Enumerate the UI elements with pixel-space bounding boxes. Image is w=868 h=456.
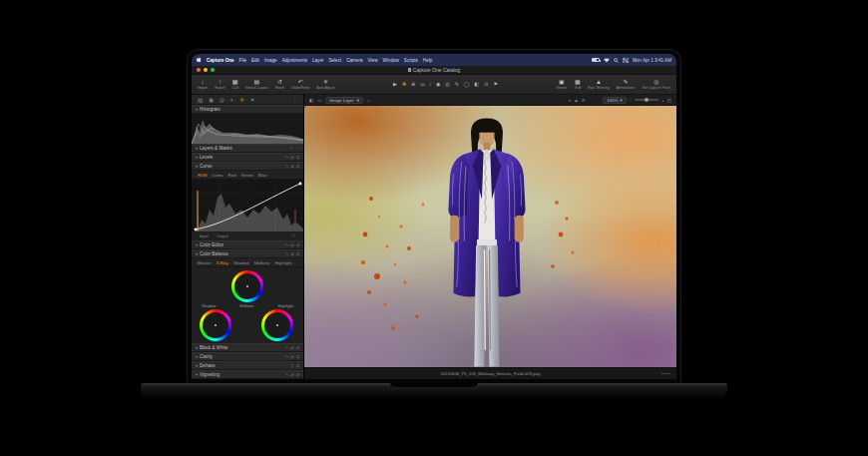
zoom-in-icon[interactable]: + [661,98,664,103]
battery-icon[interactable] [592,58,600,62]
import-button[interactable]: ↓ Import [198,79,208,90]
menu-item-camera[interactable]: Camera [346,58,362,63]
reset-icon[interactable]: ↺ [296,354,299,359]
rotate-icon[interactable]: ↺ [582,98,586,103]
curve-picker-icon[interactable]: ✎ [292,233,295,238]
reset-icon[interactable]: ↺ [296,363,299,368]
curve-tab-rgb[interactable]: RGB [198,173,208,178]
gradient-mask-tool-icon[interactable]: ◧ [474,82,479,87]
zoom-out-icon[interactable]: − [630,98,633,103]
heal-tool-icon[interactable]: ◉ [436,82,440,87]
copy-icon[interactable]: ⇄ [290,155,293,160]
add-layer-icon[interactable]: + [367,98,370,103]
curve-tab-blue[interactable]: Blue [258,173,267,178]
menu-item-edit[interactable]: Edit [251,58,259,63]
straighten-tool-icon[interactable]: ∕ [430,82,431,87]
reset-icon[interactable]: ↺ [296,155,299,160]
control-center-icon[interactable] [623,58,629,63]
vignetting-section-header[interactable]: ▾ Vignetting ✎ ⇄ ↺ [192,370,303,379]
panel-overflow-icon[interactable]: ⋮ [292,97,297,103]
curve-output-label[interactable]: Output [217,233,228,238]
copy-icon[interactable]: ⇄ [290,354,293,359]
grid-button[interactable]: ▦ Grid [574,79,581,90]
brush-icon[interactable]: ✎ [285,155,288,160]
auto-adjust-button[interactable]: ✳ Auto Adjust [316,79,334,90]
cull-button[interactable]: ▦ Cull [232,79,238,90]
zoom-slider-knob[interactable] [645,98,649,102]
curve-tab-luma[interactable]: Luma [213,173,223,178]
midtone-color-wheel[interactable] [231,270,263,302]
adjust-tab-icon[interactable]: ✛ [239,97,244,103]
flag-tool-icon[interactable]: ⚑ [493,82,497,87]
menu-item-scripts[interactable]: Scripts [404,58,418,63]
levels-section-header[interactable]: ▾ Levels ✎ ⇄ ↺ [192,153,303,162]
brush-icon[interactable]: ✎ [285,372,288,377]
brush-icon[interactable]: ✎ [285,354,288,359]
reset-icon[interactable]: ↺ [296,345,299,350]
copy-icon[interactable]: ⇄ [290,242,293,247]
clone-tool-icon[interactable]: ◎ [445,82,449,87]
balance-tab-midtone[interactable]: Midtone [254,260,270,265]
crop-tool-icon[interactable]: ▭ [420,82,425,87]
annotations-button[interactable]: ✎ Annotations [617,79,636,90]
balance-tab-master[interactable]: Master [198,260,211,265]
brush-icon[interactable]: ✎ [285,345,288,350]
menu-item-layer[interactable]: Layer [312,58,324,63]
reset-button[interactable]: ↺ Reset [275,79,284,90]
focus-mask-icon[interactable]: ▲ [574,98,578,103]
pan-tool-icon[interactable]: ✚ [402,82,406,87]
menu-item-adjustments[interactable]: Adjustments [282,58,307,63]
color-balance-section-header[interactable]: ▾ Color Balance ✎ ⇄ ↺ [192,249,303,258]
erase-mask-tool-icon[interactable]: ◯ [464,82,470,87]
capture-tab-icon[interactable]: ◉ [209,97,214,103]
draw-mask-tool-icon[interactable]: ✎ [455,82,459,87]
brush-icon[interactable]: ✎ [285,242,288,247]
reset-icon[interactable]: ↺ [296,372,299,377]
radial-mask-tool-icon[interactable]: ⊙ [484,82,488,87]
more-icon[interactable]: ⋯ [295,146,299,151]
capture-point-button[interactable]: ◎ Set Capture Point [643,79,670,90]
copy-icon[interactable]: ⇄ [290,372,293,377]
dehaze-section-header[interactable]: ▾ Dehaze ✎ ↺ [192,361,303,370]
brush-icon[interactable]: ✎ [285,251,288,256]
zoom-tool-icon[interactable]: ⊕ [411,82,415,87]
menu-app-name[interactable]: Capture One [207,58,234,63]
reset-icon[interactable]: ↺ [296,242,299,247]
brush-icon[interactable]: ✎ [290,363,293,368]
wifi-icon[interactable] [604,58,610,63]
exposure-warning-button[interactable]: ▲ Exp. Warning [588,79,609,90]
styles-tab-icon[interactable]: ✦ [250,97,255,103]
zoom-slider[interactable] [635,99,658,101]
clarity-section-header[interactable]: ▾ Clarity ✎ ⇄ ↺ [192,352,303,361]
balance-tab-shadow[interactable]: Shadow [233,260,249,265]
export-button[interactable]: ↑ Export [215,79,224,90]
curve-section-header[interactable]: ▾ Curve ✎ ⇄ ↺ [192,162,303,171]
layers-masks-section-header[interactable]: ▾ Layers & Masks ✎ ⋯ [192,144,303,153]
layer-dropdown[interactable]: Image Layer ▾ [325,97,363,104]
pointer-tool-icon[interactable]: ▶ [393,82,397,87]
before-after-icon[interactable]: ▭ [317,98,321,103]
copy-icon[interactable]: ⇄ [290,164,293,169]
apple-icon[interactable] [197,57,202,63]
library-tab-icon[interactable]: ▤ [198,97,203,103]
view-layout-button[interactable]: ▤ View & Layout [245,79,268,90]
reset-icon[interactable]: ↺ [296,164,299,169]
menu-item-help[interactable]: Help [423,58,432,63]
histogram-section-header[interactable]: ▾ Histogram [192,105,303,114]
menu-item-view[interactable]: View [368,58,378,63]
compare-icon[interactable]: ◧ [309,98,313,103]
menu-item-select[interactable]: Select [328,58,341,63]
menu-clock[interactable]: Mon Apr 1 9:41 AM [633,58,671,63]
brush-icon[interactable]: ✎ [285,164,288,169]
zoom-level-dropdown[interactable]: 100% ▾ [603,97,626,104]
curve-graph[interactable] [192,180,304,231]
proof-icon[interactable]: ● [569,98,572,103]
curve-input-label[interactable]: Input [200,233,209,238]
menu-item-window[interactable]: Window [382,58,398,63]
fit-screen-icon[interactable]: ◰ [667,98,671,103]
viewer-toggle-button[interactable]: ▣ Viewer [556,79,567,90]
search-icon[interactable] [614,58,619,63]
highlight-color-wheel[interactable] [261,309,293,341]
lens-tab-icon[interactable]: ◎ [219,97,224,103]
reset-icon[interactable]: ↺ [296,251,299,256]
